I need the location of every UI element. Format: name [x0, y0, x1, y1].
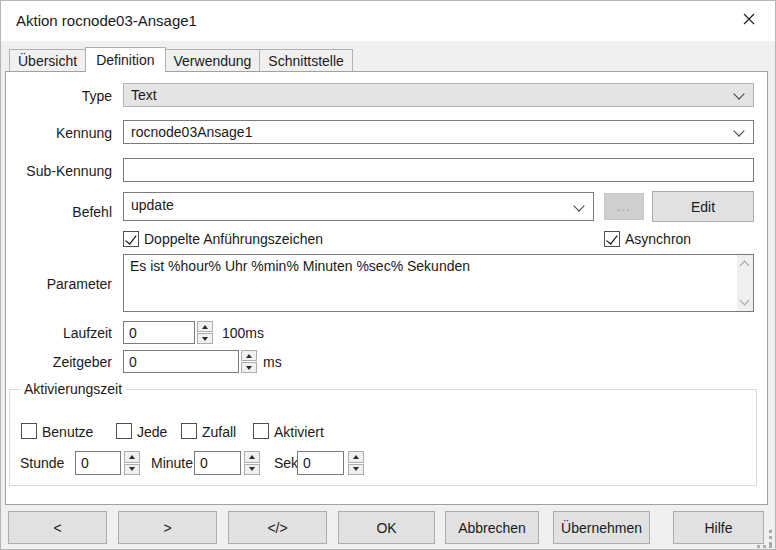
edit-button[interactable]: Edit — [652, 191, 754, 222]
sek-up-button[interactable] — [348, 451, 364, 463]
stunde-spin-buttons — [124, 451, 140, 475]
triangle-up-icon — [129, 455, 135, 459]
aktiviert-label: Aktiviert — [274, 424, 324, 441]
kennung-label: Kennung — [12, 124, 112, 142]
stunde-up-button[interactable] — [124, 451, 140, 463]
stunde-spinner — [75, 451, 140, 475]
zeitgeber-spin-buttons — [241, 350, 257, 373]
tab-bar: Übersicht Definition Verwendung Schnitts… — [9, 46, 352, 71]
scroll-down-icon — [740, 296, 750, 306]
minute-spinner — [194, 451, 260, 475]
chevron-down-icon — [733, 88, 744, 99]
laufzeit-down-button[interactable] — [197, 333, 213, 344]
zeitgeber-up-button[interactable] — [241, 350, 257, 361]
close-icon — [743, 13, 755, 28]
benutze-checkbox[interactable] — [21, 423, 37, 439]
triangle-down-icon — [246, 366, 252, 370]
jede-label: Jede — [137, 424, 167, 441]
zeitgeber-spinner — [123, 350, 257, 373]
minute-up-button[interactable] — [244, 451, 260, 463]
sek-spin-buttons — [348, 451, 364, 475]
laufzeit-unit: 100ms — [222, 325, 264, 341]
code-button[interactable]: </> — [228, 511, 327, 544]
type-label: Type — [12, 87, 112, 105]
triangle-down-icon — [353, 467, 359, 471]
laufzeit-spin-buttons — [197, 321, 213, 344]
chevron-down-icon — [573, 200, 584, 211]
minute-down-button[interactable] — [244, 464, 260, 476]
zufall-checkbox[interactable] — [181, 423, 197, 439]
benutze-label: Benutze — [42, 424, 93, 441]
tab-verwendung[interactable]: Verwendung — [165, 49, 261, 71]
doppelte-anfuehrungszeichen-checkbox[interactable] — [123, 231, 139, 247]
triangle-up-icon — [249, 455, 255, 459]
window-title: Aktion rocnode03-Ansage1 — [16, 12, 197, 29]
triangle-up-icon — [353, 455, 359, 459]
befehl-browse-button[interactable]: ... — [604, 193, 644, 220]
help-button[interactable]: Hilfe — [673, 511, 764, 544]
type-select[interactable]: Text — [123, 83, 754, 107]
zufall-label: Zufall — [202, 424, 236, 441]
stunde-down-button[interactable] — [124, 464, 140, 476]
doppelte-anfuehrungszeichen-label: Doppelte Anführungszeichen — [144, 231, 323, 248]
asynchron-checkbox[interactable] — [604, 231, 620, 247]
forward-button[interactable]: > — [118, 511, 217, 544]
sek-input[interactable] — [297, 451, 344, 475]
triangle-down-icon — [202, 337, 208, 341]
triangle-down-icon — [249, 467, 255, 471]
parameter-label: Parameter — [12, 275, 112, 293]
stunde-label: Stunde — [20, 455, 64, 471]
aktivierungszeit-group-title: Aktivierungszeit — [20, 381, 126, 397]
zeitgeber-input[interactable] — [123, 350, 239, 373]
aktiviert-checkbox[interactable] — [253, 423, 269, 439]
laufzeit-label: Laufzeit — [12, 324, 112, 342]
zeitgeber-unit: ms — [263, 354, 282, 370]
asynchron-label: Asynchron — [625, 231, 691, 248]
kennung-combobox[interactable]: rocnode03Ansage1 — [123, 120, 754, 144]
minute-input[interactable] — [194, 451, 241, 475]
resize-grip[interactable] — [757, 530, 760, 533]
tab-schnittstelle[interactable]: Schnittstelle — [259, 49, 352, 71]
titlebar: Aktion rocnode03-Ansage1 — [1, 1, 775, 41]
kennung-value: rocnode03Ansage1 — [124, 124, 252, 140]
back-button[interactable]: < — [8, 511, 107, 544]
zeitgeber-down-button[interactable] — [241, 362, 257, 373]
befehl-label: Befehl — [12, 203, 112, 221]
ok-button[interactable]: OK — [338, 511, 435, 544]
scroll-up-icon — [740, 261, 750, 271]
laufzeit-spinner — [123, 321, 213, 344]
sek-spinner — [297, 451, 364, 475]
befehl-combobox[interactable]: update — [123, 192, 594, 221]
tab-uebersicht[interactable]: Übersicht — [9, 49, 86, 71]
parameter-scrollbar[interactable] — [737, 255, 753, 311]
cancel-button[interactable]: Abbrechen — [445, 511, 539, 544]
befehl-value: update — [124, 193, 174, 213]
minute-label: Minute — [151, 455, 193, 471]
triangle-down-icon — [129, 467, 135, 471]
laufzeit-input[interactable] — [123, 321, 195, 344]
sek-down-button[interactable] — [348, 464, 364, 476]
jede-checkbox[interactable] — [116, 423, 132, 439]
chevron-down-icon — [733, 125, 744, 136]
parameter-textarea[interactable]: Es ist %hour% Uhr %min% Minuten %sec% Se… — [124, 255, 736, 311]
tab-definition[interactable]: Definition — [85, 47, 165, 72]
apply-button[interactable]: Übernehmen — [553, 511, 650, 544]
sub-kennung-input[interactable] — [123, 158, 754, 182]
minute-spin-buttons — [244, 451, 260, 475]
triangle-up-icon — [246, 354, 252, 358]
close-button[interactable] — [729, 4, 769, 36]
zeitgeber-label: Zeitgeber — [12, 353, 112, 371]
parameter-field: Es ist %hour% Uhr %min% Minuten %sec% Se… — [123, 254, 754, 312]
triangle-up-icon — [202, 325, 208, 329]
laufzeit-up-button[interactable] — [197, 321, 213, 332]
stunde-input[interactable] — [75, 451, 121, 475]
aktion-dialog: Aktion rocnode03-Ansage1 Übersicht Defin… — [0, 0, 776, 550]
type-select-value: Text — [124, 87, 157, 103]
sub-kennung-label: Sub-Kennung — [12, 162, 112, 180]
